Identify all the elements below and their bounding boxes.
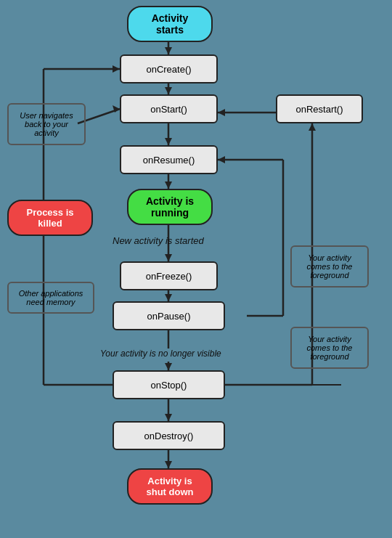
svg-marker-21	[218, 109, 225, 116]
comes-foreground1-node: Your activity comes to the foreground	[290, 245, 369, 288]
activity-starts-node: Activity starts	[127, 6, 213, 42]
svg-marker-28	[113, 65, 120, 73]
no-longer-visible-label: Your activity is no longer visible	[100, 349, 221, 359]
ondestroy-node: onDestroy()	[113, 421, 225, 450]
activity-shutdown-label: Activity is shut down	[147, 476, 194, 497]
new-activity-label: New activity is started	[113, 235, 204, 246]
activity-running-node: Activity is running	[127, 189, 213, 225]
svg-marker-1	[165, 47, 172, 54]
onrestart-label: onRestart()	[295, 104, 343, 115]
svg-marker-9	[165, 254, 172, 261]
onstart-label: onStart()	[150, 104, 187, 115]
comes-foreground2-label: Your activity comes to the foreground	[307, 335, 353, 361]
onstop-label: onStop()	[151, 380, 187, 391]
svg-marker-35	[218, 156, 225, 163]
comes-foreground2-node: Your activity comes to the foreground	[290, 327, 369, 369]
svg-marker-16	[165, 414, 172, 421]
activity-running-label: Activity is running	[146, 195, 194, 219]
onresume-label: onResume()	[143, 155, 195, 166]
other-apps-label: Other applications need memory	[19, 289, 83, 306]
comes-foreground1-label: Your activity comes to the foreground	[307, 253, 353, 280]
onstart-node: onStart()	[120, 94, 218, 123]
other-apps-node: Other applications need memory	[7, 282, 94, 314]
svg-marker-18	[165, 461, 172, 468]
user-navigates-node: User navigates back to your activity	[7, 103, 86, 145]
onfreeze-node: onFreeze()	[120, 261, 218, 290]
onresume-node: onResume()	[120, 145, 218, 174]
activity-shutdown-node: Activity is shut down	[127, 468, 213, 505]
onstop-node: onStop()	[113, 370, 225, 399]
svg-marker-5	[165, 138, 172, 145]
process-killed-node: Process is killed	[7, 200, 93, 236]
onfreeze-label: onFreeze()	[146, 271, 192, 282]
onrestart-node: onRestart()	[276, 94, 363, 123]
onpause-label: onPause()	[147, 311, 191, 322]
oncreate-node: onCreate()	[120, 54, 218, 83]
svg-marker-3	[165, 87, 172, 94]
user-navigates-label: User navigates back to your activity	[20, 111, 73, 137]
oncreate-label: onCreate()	[146, 64, 191, 75]
activity-starts-label: Activity starts	[152, 12, 189, 36]
svg-marker-24	[309, 123, 316, 131]
ondestroy-label: onDestroy()	[144, 431, 194, 441]
svg-marker-11	[165, 294, 172, 301]
process-killed-label: Process is killed	[26, 207, 73, 229]
onpause-node: onPause()	[113, 301, 225, 330]
svg-marker-7	[165, 182, 172, 189]
svg-marker-14	[165, 363, 172, 370]
